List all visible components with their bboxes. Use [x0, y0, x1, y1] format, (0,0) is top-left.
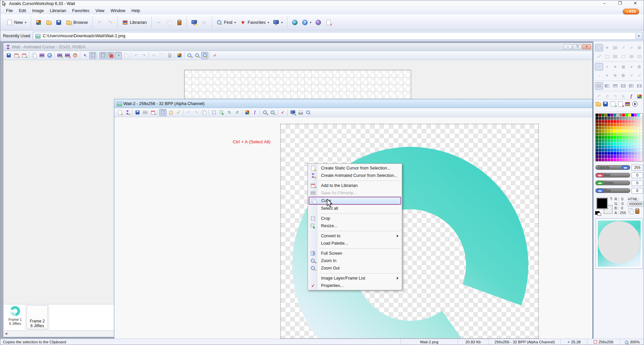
palette-color-cell[interactable] [599, 158, 601, 161]
palette-color-cell[interactable] [640, 114, 643, 116]
recent-file-combobox[interactable]: C:\Users\mouse\Downloads\Wait\Wait-2.png… [33, 32, 642, 40]
print-button[interactable] [297, 109, 304, 116]
frame-item-2[interactable]: Frame 26 Jiffies [26, 305, 48, 329]
palette-color-cell[interactable] [620, 146, 622, 148]
remove-frame-button[interactable]: × [64, 52, 71, 59]
palette-color-cell[interactable] [596, 142, 598, 145]
palette-color-cell[interactable] [634, 114, 637, 116]
palette-color-cell[interactable] [599, 133, 601, 136]
palette-color-cell[interactable] [607, 130, 610, 132]
palette-color-cell[interactable] [596, 130, 598, 132]
palette-color-cell[interactable] [640, 139, 643, 142]
palette-color-cell[interactable] [620, 136, 622, 139]
palette-color-cell[interactable] [602, 142, 604, 145]
rotate-all-button[interactable]: ↺ [233, 109, 240, 116]
palette-color-cell[interactable] [634, 120, 637, 123]
crop-button[interactable] [210, 109, 217, 116]
export-button[interactable]: ▸ [289, 109, 296, 116]
palette-color-cell[interactable] [607, 158, 610, 161]
palette-color-cell[interactable] [616, 114, 619, 116]
palette-color-cell[interactable] [620, 127, 622, 129]
filled-rect-tool[interactable] [611, 53, 619, 60]
palette-color-cell[interactable] [640, 127, 643, 129]
palette-color-cell[interactable] [604, 133, 607, 136]
palette-color-cell[interactable] [625, 152, 628, 155]
rounded-rect-tool[interactable] [635, 53, 643, 60]
context-menu-item-image-layer-frame-list[interactable]: Image Layer/Frame List [308, 275, 401, 282]
fill-gradient-mirror[interactable] [635, 82, 643, 90]
select-rect-tool[interactable] [595, 44, 603, 51]
menu-help[interactable]: Help [128, 7, 143, 14]
context-menu-item-save-as-filmstrip[interactable]: Save As Filmstrip... [308, 189, 401, 197]
palette-color-cell[interactable] [596, 133, 598, 136]
menu-librarian[interactable]: Librarian [47, 7, 69, 14]
rotate-button[interactable]: ↻ [226, 109, 233, 116]
doc1-minimize-icon[interactable]: – [564, 44, 572, 49]
palette-color-cell[interactable] [625, 149, 628, 151]
palette-color-cell[interactable] [620, 155, 622, 158]
combobox-dropdown-icon[interactable]: ▾ [636, 33, 642, 39]
context-menu-item-convert-to[interactable]: Convert to [308, 232, 401, 240]
palette-color-cell[interactable] [599, 120, 601, 123]
palette-color-cell[interactable] [613, 158, 616, 161]
context-menu-item-crop[interactable]: Crop [308, 215, 401, 222]
zoom-in-button[interactable]: + [186, 52, 193, 59]
fill-solid[interactable] [595, 82, 603, 90]
rss-badge[interactable]: ★RSS [623, 9, 639, 14]
palette-color-cell[interactable] [625, 136, 628, 139]
undo-button[interactable]: ↶ [185, 109, 192, 116]
frame-item-1[interactable]: Frame 16 Jiffies [6, 305, 24, 326]
palette-color-cell[interactable] [610, 136, 613, 139]
undo-button[interactable]: ↶ [132, 52, 140, 59]
palette-color-cell[interactable] [599, 142, 601, 145]
palette-color-cell[interactable] [637, 158, 640, 161]
palette-color-cell[interactable] [599, 123, 601, 126]
palette-color-cell[interactable] [634, 155, 637, 158]
palette-color-cell[interactable] [610, 130, 613, 132]
palette-color-cell[interactable] [637, 149, 640, 151]
settings-button[interactable]: ⊛ [199, 18, 209, 27]
palette-color-cell[interactable] [620, 158, 622, 161]
palette-color-cell[interactable] [634, 117, 637, 119]
palette-color-cell[interactable] [610, 158, 613, 161]
palette-color-cell[interactable] [596, 155, 598, 158]
redo-button[interactable]: ↷ [140, 52, 147, 59]
palette-color-cell[interactable] [620, 117, 622, 119]
ellipse-tool[interactable] [619, 53, 627, 60]
save-button[interactable] [5, 52, 12, 59]
context-menu-item-resize[interactable]: Resize... [308, 222, 401, 230]
palette-color-cell[interactable] [610, 133, 613, 136]
palette-color-cell[interactable] [602, 158, 604, 161]
palette-color-cell[interactable] [602, 155, 604, 158]
palette-color-cell[interactable] [637, 130, 640, 132]
brush-tool[interactable] [627, 44, 635, 51]
palette-color-cell[interactable] [631, 114, 634, 116]
palette-color-cell[interactable] [604, 152, 607, 155]
palette-color-cell[interactable] [620, 133, 622, 136]
palette-color-cell[interactable] [620, 123, 622, 126]
palette-color-cell[interactable] [599, 127, 601, 129]
palette-color-cell[interactable] [613, 136, 616, 139]
palette-color-cell[interactable] [599, 136, 601, 139]
palette-color-cell[interactable] [604, 155, 607, 158]
save-button[interactable] [54, 18, 64, 27]
test-button[interactable]: ✓ [211, 52, 218, 59]
brush-size-4[interactable] [619, 63, 627, 70]
palette-color-cell[interactable] [604, 136, 607, 139]
line-tool[interactable] [595, 53, 603, 60]
menu-image[interactable]: Image [29, 7, 47, 14]
menu-window[interactable]: Window [107, 7, 128, 14]
copy-button[interactable] [200, 109, 207, 116]
favorites-button[interactable]: ♥Favorites▾ [238, 18, 271, 27]
palette-color-cell[interactable] [622, 136, 625, 139]
doc1-title-bar[interactable]: Wait - Animated Cursor - 32x32, RGB/A – … [3, 43, 592, 51]
redo-button[interactable]: ↷ [105, 18, 115, 27]
palette-color-cell[interactable] [602, 130, 604, 132]
palette-color-cell[interactable] [602, 123, 604, 126]
context-menu-item-add-to-the-librarian[interactable]: +Add to the Librarian [308, 182, 401, 189]
palette-color-cell[interactable] [631, 120, 634, 123]
palette-color-cell[interactable] [610, 142, 613, 145]
palette-color-cell[interactable] [607, 136, 610, 139]
context-menu-item-full-screen[interactable]: Full Screen [308, 250, 401, 257]
scroll-left-icon[interactable]: ◀ [5, 332, 7, 335]
